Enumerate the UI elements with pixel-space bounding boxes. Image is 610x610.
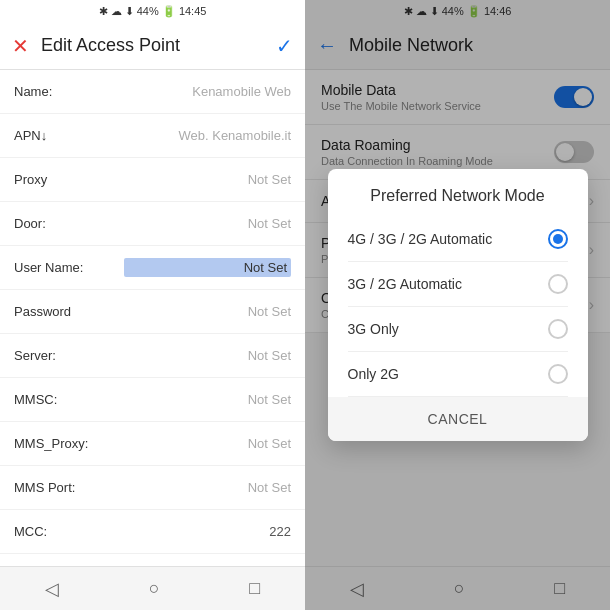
status-bar-left: ✱ ☁ ⬇ 44% 🔋 14:45: [0, 0, 305, 22]
field-value-apn: Web. Kenamobile.it: [124, 128, 291, 143]
back-nav-icon-left[interactable]: ◁: [45, 578, 59, 600]
form-row-mcc[interactable]: MCC: 222: [0, 510, 305, 554]
modal-overlay: Preferred Network Mode 4G / 3G / 2G Auto…: [305, 0, 610, 610]
field-value-mms-proxy: Not Set: [124, 436, 291, 451]
form-row-mms-proxy[interactable]: MMS_Proxy: Not Set: [0, 422, 305, 466]
radio-4g3g2g-selected: [548, 229, 568, 249]
field-value-door: Not Set: [124, 216, 291, 231]
radio-2g-unselected: [548, 364, 568, 384]
form-row-mmsc[interactable]: MMSC: Not Set: [0, 378, 305, 422]
modal-option-label-2g: Only 2G: [348, 366, 548, 382]
field-label-server: Server:: [14, 348, 124, 363]
form-row-username[interactable]: User Name: Not Set: [0, 246, 305, 290]
top-bar-left: ✕ Edit Access Point ✓: [0, 22, 305, 70]
modal-option-label-4g3g2g: 4G / 3G / 2G Automatic: [348, 231, 548, 247]
modal-title: Preferred Network Mode: [328, 169, 588, 217]
modal-option-3g2g[interactable]: 3G / 2G Automatic: [328, 262, 588, 306]
close-icon[interactable]: ✕: [12, 34, 29, 58]
preferred-network-modal: Preferred Network Mode 4G / 3G / 2G Auto…: [328, 169, 588, 441]
field-label-proxy: Proxy: [14, 172, 124, 187]
form-row-password[interactable]: Password Not Set: [0, 290, 305, 334]
field-value-server: Not Set: [124, 348, 291, 363]
form-row-door[interactable]: Door: Not Set: [0, 202, 305, 246]
field-value-proxy: Not Set: [124, 172, 291, 187]
check-icon[interactable]: ✓: [276, 34, 293, 58]
radio-3g2g-unselected: [548, 274, 568, 294]
radio-3g-unselected: [548, 319, 568, 339]
modal-option-label-3g2g: 3G / 2G Automatic: [348, 276, 548, 292]
home-nav-icon-left[interactable]: ○: [149, 578, 160, 599]
modal-option-3g[interactable]: 3G Only: [328, 307, 588, 351]
modal-option-2g[interactable]: Only 2G: [328, 352, 588, 396]
field-label-apn: APN↓: [14, 128, 124, 143]
form-row-mms-port[interactable]: MMS Port: Not Set: [0, 466, 305, 510]
right-panel: ✱ ☁ ⬇ 44% 🔋 14:46 ← Mobile Network Mobil…: [305, 0, 610, 610]
left-panel: ✱ ☁ ⬇ 44% 🔋 14:45 ✕ Edit Access Point ✓ …: [0, 0, 305, 610]
field-label-mmsc: MMSC:: [14, 392, 124, 407]
form-row-server[interactable]: Server: Not Set: [0, 334, 305, 378]
field-value-mcc: 222: [124, 524, 291, 539]
form-row-name[interactable]: Name: Kenamobile Web: [0, 70, 305, 114]
field-value-mmsc: Not Set: [124, 392, 291, 407]
field-label-mms-proxy: MMS_Proxy:: [14, 436, 124, 451]
field-label-username: User Name:: [14, 260, 124, 275]
form-row-mnc[interactable]: MNC: 50: [0, 554, 305, 566]
field-value-mms-port: Not Set: [124, 480, 291, 495]
recents-nav-icon-left[interactable]: □: [249, 578, 260, 599]
field-value-name: Kenamobile Web: [124, 84, 291, 99]
modal-option-4g3g2g[interactable]: 4G / 3G / 2G Automatic: [328, 217, 588, 261]
field-label-door: Door:: [14, 216, 124, 231]
status-text-left: ✱ ☁ ⬇ 44% 🔋 14:45: [99, 5, 207, 18]
field-value-password: Not Set: [124, 304, 291, 319]
field-label-mms-port: MMS Port:: [14, 480, 124, 495]
form-list: Name: Kenamobile Web APN↓ Web. Kenamobil…: [0, 70, 305, 566]
form-row-apn[interactable]: APN↓ Web. Kenamobile.it: [0, 114, 305, 158]
field-value-username: Not Set: [124, 258, 291, 277]
field-label-name: Name:: [14, 84, 124, 99]
field-label-password: Password: [14, 304, 124, 319]
modal-cancel-button[interactable]: CANCEL: [328, 397, 588, 441]
edit-apn-title: Edit Access Point: [41, 35, 276, 56]
nav-bar-left: ◁ ○ □: [0, 566, 305, 610]
field-label-mcc: MCC:: [14, 524, 124, 539]
modal-option-label-3g: 3G Only: [348, 321, 548, 337]
form-row-proxy[interactable]: Proxy Not Set: [0, 158, 305, 202]
